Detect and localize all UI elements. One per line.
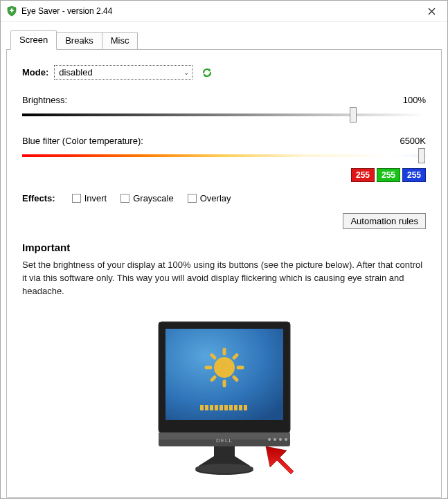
brightness-slider[interactable] xyxy=(22,114,426,116)
bluefilter-thumb[interactable] xyxy=(418,148,425,163)
automation-rules-button[interactable]: Automation rules xyxy=(343,213,426,229)
window-title: Eye Saver - version 2.44 xyxy=(21,6,416,16)
checkbox-box-icon xyxy=(120,194,129,203)
brightness-thumb[interactable] xyxy=(350,107,357,123)
svg-rect-15 xyxy=(200,405,204,410)
svg-rect-16 xyxy=(205,405,208,410)
checkbox-invert[interactable]: Invert xyxy=(72,193,107,203)
svg-rect-19 xyxy=(219,405,223,410)
brightness-value: 100% xyxy=(403,95,426,105)
svg-point-5 xyxy=(214,357,235,378)
close-button[interactable] xyxy=(416,1,447,21)
svg-line-12 xyxy=(212,377,215,380)
svg-rect-24 xyxy=(244,405,247,410)
brightness-label: Brightness: xyxy=(22,95,67,105)
svg-text:DELL: DELL xyxy=(215,437,232,444)
tab-misc[interactable]: Misc xyxy=(102,32,138,50)
tab-breaks[interactable]: Breaks xyxy=(56,32,102,50)
checkbox-grayscale[interactable]: Grayscale xyxy=(120,193,174,203)
svg-line-10 xyxy=(212,355,215,358)
invert-label: Invert xyxy=(84,193,107,203)
svg-rect-17 xyxy=(210,405,213,410)
checkbox-box-icon xyxy=(72,194,81,203)
automation-row: Automation rules xyxy=(22,213,426,229)
tab-page-screen: Mode: disabled ⌄ Brightness: 100% xyxy=(6,49,442,498)
mode-dropdown[interactable]: disabled ⌄ xyxy=(54,65,192,80)
overlay-label: Overlay xyxy=(200,193,231,203)
rgb-b-box: 255 xyxy=(402,168,426,182)
rgb-r-box: 255 xyxy=(351,168,375,182)
svg-rect-20 xyxy=(224,405,228,410)
tab-strip: Screen Breaks Misc xyxy=(6,30,442,50)
bluefilter-slider[interactable] xyxy=(22,154,426,157)
refresh-icon[interactable] xyxy=(201,66,213,79)
svg-line-13 xyxy=(234,377,237,380)
svg-line-11 xyxy=(234,355,237,358)
svg-rect-22 xyxy=(234,405,238,410)
chevron-down-icon: ⌄ xyxy=(183,69,189,76)
app-window: Eye Saver - version 2.44 Screen Breaks M… xyxy=(0,0,448,499)
rgb-g-box: 255 xyxy=(377,168,400,182)
bluefilter-label: Blue filter (Color temperature): xyxy=(22,136,143,146)
mode-value: disabled xyxy=(59,67,92,78)
red-arrow-icon xyxy=(260,441,298,478)
bluefilter-row-head: Blue filter (Color temperature): 6500K xyxy=(22,136,426,146)
client-area: Screen Breaks Misc Mode: disabled ⌄ xyxy=(1,22,447,499)
brightness-row-head: Brightness: 100% xyxy=(22,95,426,105)
svg-rect-18 xyxy=(215,405,218,410)
svg-rect-21 xyxy=(229,405,233,410)
mode-label: Mode: xyxy=(22,67,48,78)
monitor-illustration: DELL xyxy=(22,316,426,475)
important-heading: Important xyxy=(22,242,426,253)
checkbox-box-icon xyxy=(188,194,197,203)
app-shield-icon xyxy=(6,6,17,17)
svg-point-33 xyxy=(195,464,253,473)
checkbox-overlay[interactable]: Overlay xyxy=(188,193,231,203)
titlebar: Eye Saver - version 2.44 xyxy=(1,1,447,22)
grayscale-label: Grayscale xyxy=(133,193,174,203)
effects-row: Effects: Invert Grayscale Overlay xyxy=(22,193,426,203)
rgb-readout: 255 255 255 xyxy=(22,168,426,182)
effects-label: Effects: xyxy=(22,193,55,203)
svg-rect-23 xyxy=(239,405,242,410)
svg-rect-1 xyxy=(11,8,12,12)
mode-row: Mode: disabled ⌄ xyxy=(22,65,426,80)
bluefilter-value: 6500K xyxy=(400,136,426,146)
important-text: Set the brightness of your display at 10… xyxy=(22,259,426,298)
tab-screen[interactable]: Screen xyxy=(10,30,57,50)
